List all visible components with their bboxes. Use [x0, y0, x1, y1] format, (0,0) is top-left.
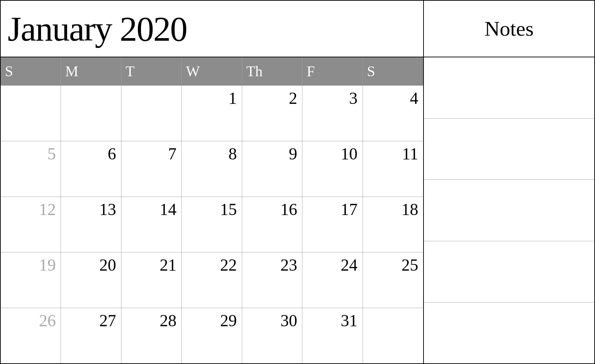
day-cell-w4-d5[interactable]: 23 — [242, 252, 302, 308]
day-cell-w1-d7[interactable]: 4 — [363, 86, 423, 141]
week-row-1: 1234 — [1, 85, 423, 141]
day-number-w3-d2: 13 — [99, 200, 116, 219]
day-headers-row: SMTWThFS — [1, 57, 423, 85]
day-cell-w1-d5[interactable]: 2 — [242, 86, 302, 141]
day-cell-w2-d4[interactable]: 8 — [182, 141, 242, 197]
day-cell-w5-d6[interactable]: 31 — [302, 308, 363, 363]
day-number-w4-d2: 20 — [99, 255, 116, 274]
day-header-thursday: Th — [242, 57, 302, 85]
day-number-w3-d7: 18 — [401, 200, 418, 219]
day-header-monday: M — [61, 57, 121, 85]
day-cell-w3-d2[interactable]: 13 — [61, 197, 121, 252]
day-number-w5-d1: 26 — [39, 311, 56, 330]
day-number-w3-d3: 14 — [160, 200, 176, 219]
day-number-w2-d6: 10 — [341, 144, 358, 163]
day-cell-w1-d3[interactable] — [121, 86, 182, 141]
week-row-3: 12131415161718 — [1, 197, 423, 252]
day-cell-w2-d5[interactable]: 9 — [242, 141, 302, 197]
day-cell-w3-d6[interactable]: 17 — [302, 197, 363, 252]
day-number-w4-d3: 21 — [160, 255, 176, 274]
day-number-w3-d4: 15 — [220, 200, 237, 219]
notes-line-1[interactable] — [424, 57, 594, 119]
day-cell-w3-d5[interactable]: 16 — [242, 197, 302, 252]
notes-header: Notes — [424, 1, 594, 57]
day-number-w3-d1: 12 — [39, 200, 56, 219]
day-cell-w5-d4[interactable]: 29 — [182, 308, 242, 363]
week-row-5: 262728293031 — [1, 308, 423, 363]
notes-panel: Notes — [424, 1, 594, 363]
day-number-w2-d5: 9 — [289, 144, 297, 163]
day-number-w5-d6: 31 — [341, 311, 358, 330]
day-cell-w1-d4[interactable]: 1 — [182, 86, 242, 141]
day-number-w5-d5: 30 — [280, 311, 297, 330]
day-cell-w1-d6[interactable]: 3 — [302, 86, 363, 141]
day-number-w2-d7: 11 — [402, 144, 418, 163]
day-number-w4-d1: 19 — [39, 255, 56, 274]
weeks-container: 1234567891011121314151617181920212223242… — [1, 85, 423, 363]
day-header-saturday: S — [363, 57, 423, 85]
day-number-w1-d4: 1 — [229, 88, 237, 108]
notes-line-3[interactable] — [424, 180, 594, 241]
day-cell-w3-d1[interactable]: 12 — [1, 197, 61, 252]
notes-line-4[interactable] — [424, 241, 594, 302]
day-cell-w4-d3[interactable]: 21 — [121, 252, 182, 308]
day-cell-w2-d3[interactable]: 7 — [121, 141, 182, 197]
day-number-w2-d2: 6 — [108, 144, 116, 163]
day-number-w5-d2: 27 — [99, 311, 116, 330]
notes-lines — [424, 57, 594, 363]
day-cell-w5-d2[interactable]: 27 — [61, 308, 121, 363]
notes-line-5[interactable] — [424, 302, 594, 363]
day-cell-w1-d1[interactable] — [1, 86, 61, 141]
day-header-friday: F — [302, 57, 363, 85]
day-cell-w5-d7[interactable] — [363, 308, 423, 363]
calendar-title: January 2020 — [8, 9, 187, 49]
day-cell-w3-d7[interactable]: 18 — [363, 197, 423, 252]
day-header-wednesday: W — [182, 57, 242, 85]
day-cell-w5-d3[interactable]: 28 — [121, 308, 182, 363]
day-header-sunday: S — [1, 57, 61, 85]
day-header-tuesday: T — [121, 57, 182, 85]
notes-line-2[interactable] — [424, 119, 594, 180]
day-number-w5-d4: 29 — [220, 311, 237, 330]
day-cell-w4-d6[interactable]: 24 — [302, 252, 363, 308]
day-number-w2-d1: 5 — [47, 144, 56, 163]
day-number-w1-d6: 3 — [349, 88, 358, 108]
day-cell-w3-d3[interactable]: 14 — [121, 197, 182, 252]
day-number-w3-d6: 17 — [341, 200, 358, 219]
day-number-w4-d7: 25 — [401, 255, 418, 274]
day-number-w4-d6: 24 — [341, 255, 358, 274]
day-cell-w2-d7[interactable]: 11 — [363, 141, 423, 197]
day-cell-w5-d1[interactable]: 26 — [1, 308, 61, 363]
day-cell-w1-d2[interactable] — [61, 86, 121, 141]
day-cell-w4-d4[interactable]: 22 — [182, 252, 242, 308]
day-number-w2-d3: 7 — [168, 144, 176, 163]
day-cell-w2-d2[interactable]: 6 — [61, 141, 121, 197]
day-cell-w4-d1[interactable]: 19 — [1, 252, 61, 308]
day-number-w4-d4: 22 — [220, 255, 237, 274]
day-cell-w4-d7[interactable]: 25 — [363, 252, 423, 308]
day-cell-w2-d1[interactable]: 5 — [1, 141, 61, 197]
day-cell-w4-d2[interactable]: 20 — [61, 252, 121, 308]
day-number-w4-d5: 23 — [280, 255, 297, 274]
day-number-w2-d4: 8 — [229, 144, 237, 163]
day-number-w1-d5: 2 — [289, 88, 297, 108]
day-number-w3-d5: 16 — [280, 200, 297, 219]
calendar-wrapper: January 2020 SMTWThFS 123456789101112131… — [0, 0, 595, 364]
day-cell-w2-d6[interactable]: 10 — [302, 141, 363, 197]
calendar-header: January 2020 — [1, 1, 423, 57]
notes-title: Notes — [485, 17, 534, 41]
calendar-main: January 2020 SMTWThFS 123456789101112131… — [1, 1, 424, 363]
calendar-grid: SMTWThFS 1234567891011121314151617181920… — [1, 57, 423, 363]
day-number-w1-d7: 4 — [410, 88, 418, 108]
day-number-w5-d3: 28 — [160, 311, 176, 330]
day-cell-w5-d5[interactable]: 30 — [242, 308, 302, 363]
week-row-2: 567891011 — [1, 141, 423, 197]
week-row-4: 19202122232425 — [1, 252, 423, 308]
day-cell-w3-d4[interactable]: 15 — [182, 197, 242, 252]
